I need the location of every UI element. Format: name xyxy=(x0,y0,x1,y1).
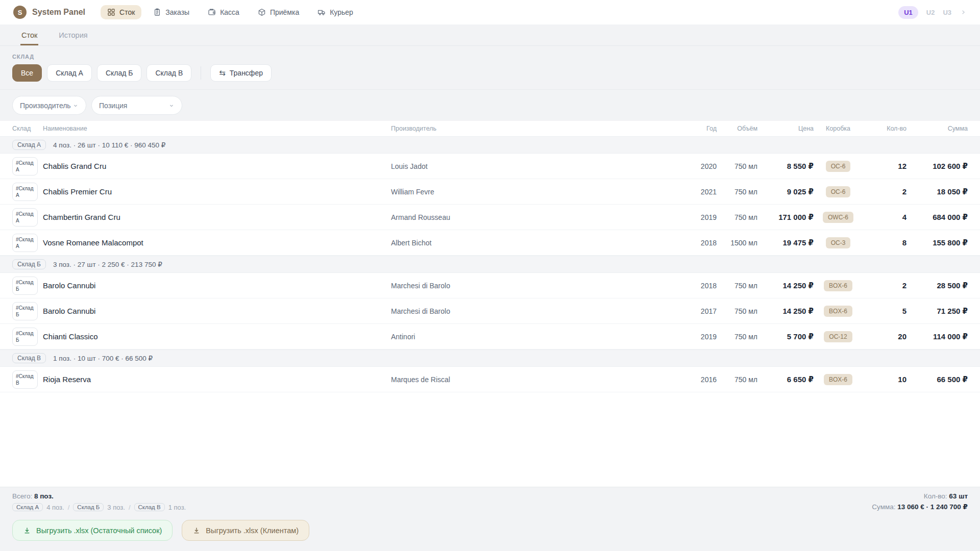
item-qty: 2 xyxy=(863,187,906,196)
item-name: Chablis Premier Cru xyxy=(43,187,391,196)
chevron-down-icon xyxy=(168,103,175,109)
table-header: СкладНаименованиеПроизводительГодОбъёмЦе… xyxy=(0,121,980,136)
qty-label: Кол-во: xyxy=(924,492,947,500)
warehouse-filter-all[interactable]: Все xyxy=(12,64,42,82)
nav-item-label: Касса xyxy=(220,8,239,16)
warehouse-tag-badge: #Склад А xyxy=(12,234,38,252)
item-producer: Marchesi di Barolo xyxy=(391,282,677,290)
item-name: Barolo Cannubi xyxy=(43,281,391,290)
breakdown-count: 4 поз. xyxy=(46,504,64,511)
item-volume: 750 мл xyxy=(717,307,757,315)
breakdown-warehouse-badge: Склад В xyxy=(134,503,165,511)
box-type-chip: OC-3 xyxy=(826,237,851,248)
warehouse-cell: #Склад В xyxy=(12,370,43,389)
item-producer: Antinori xyxy=(391,333,677,341)
transfer-button[interactable]: ⇆ Трансфер xyxy=(210,64,272,82)
user-pill-u1[interactable]: U1 xyxy=(898,6,918,19)
app-name: System Panel xyxy=(32,8,85,17)
breakdown-count: 3 поз. xyxy=(107,504,125,511)
item-box-cell: OWC-6 xyxy=(814,212,863,223)
user-pill-u2[interactable]: U2 xyxy=(926,9,935,16)
box-type-chip: BOX-6 xyxy=(824,280,852,291)
nav-item-cashier[interactable]: Касса xyxy=(201,5,246,19)
warehouse-filter-a[interactable]: Склад А xyxy=(47,64,92,82)
table-row[interactable]: #Склад БBarolo CannubiMarchesi di Barolo… xyxy=(0,298,980,324)
main-nav: Сток Заказы Касса xyxy=(101,5,360,19)
table-row[interactable]: #Склад БChianti ClassicoAntinori2019750 … xyxy=(0,324,980,349)
group-row: Склад Б3 поз. · 27 шт · 2 250 € · 213 75… xyxy=(0,256,980,273)
item-box-cell: OC-3 xyxy=(814,237,863,248)
warehouse-tag-badge: #Склад Б xyxy=(12,328,38,346)
stock-table: СкладНаименованиеПроизводительГодОбъёмЦе… xyxy=(0,121,980,487)
export-clients-button[interactable]: Выгрузить .xlsx (Клиентам) xyxy=(182,520,309,541)
user-pill-u3[interactable]: U3 xyxy=(943,9,951,16)
breakdown-warehouse-badge: Склад А xyxy=(12,503,43,511)
item-year: 2020 xyxy=(677,162,717,170)
column-header-3: Производитель xyxy=(391,125,677,132)
column-header-5: Объём xyxy=(717,125,757,132)
item-sum: 684 000 ₽ xyxy=(906,213,968,222)
tab-stock[interactable]: Сток xyxy=(20,24,38,45)
item-sum: 28 500 ₽ xyxy=(906,281,968,290)
item-qty: 8 xyxy=(863,238,906,247)
download-icon xyxy=(23,527,31,535)
column-header-9: Сумма xyxy=(906,125,968,132)
nav-item-receiving[interactable]: Приёмка xyxy=(251,5,306,19)
table-row[interactable]: #Склад АChablis Grand CruLouis Jadot2020… xyxy=(0,154,980,179)
item-price: 171 000 ₽ xyxy=(757,213,814,222)
topbar: S System Panel Сток Заказы xyxy=(0,0,980,24)
vertical-divider xyxy=(201,66,201,80)
nav-item-stock[interactable]: Сток xyxy=(101,5,141,19)
group-warehouse-badge: Склад А xyxy=(12,140,46,150)
total-positions: Всего: 8 поз. xyxy=(12,492,186,500)
item-name: Chambertin Grand Cru xyxy=(43,213,391,221)
item-price: 6 650 ₽ xyxy=(757,375,814,384)
group-row: Склад В1 поз. · 10 шт · 700 € · 66 500 ₽ xyxy=(0,349,980,367)
item-qty: 5 xyxy=(863,307,906,315)
position-select[interactable]: Позиция xyxy=(91,96,182,115)
tab-history[interactable]: История xyxy=(58,24,88,45)
table-row[interactable]: #Склад ВRioja ReservaMarques de Riscal20… xyxy=(0,367,980,392)
warehouse-filter-v[interactable]: Склад В xyxy=(146,64,191,82)
warehouse-filter-label: СКЛАД xyxy=(12,54,968,60)
box-type-chip: OC-6 xyxy=(826,186,851,197)
table-row[interactable]: #Склад АChablis Premier CruWilliam Fevre… xyxy=(0,179,980,205)
warehouse-filter-b[interactable]: Склад Б xyxy=(97,64,142,82)
item-box-cell: BOX-6 xyxy=(814,280,863,291)
truck-icon xyxy=(317,8,326,16)
warehouse-cell: #Склад А xyxy=(12,157,43,176)
item-qty: 20 xyxy=(863,332,906,341)
nav-item-label: Сток xyxy=(119,8,135,16)
producer-select[interactable]: Производитель xyxy=(12,96,86,115)
box-type-chip: BOX-6 xyxy=(824,374,852,385)
item-name: Vosne Romanee Malacompot xyxy=(43,238,391,247)
warehouse-tag-badge: #Склад Б xyxy=(12,302,38,320)
item-box-cell: OC-6 xyxy=(814,161,863,172)
table-row[interactable]: #Склад БBarolo CannubiMarchesi di Barolo… xyxy=(0,273,980,298)
item-volume: 1500 мл xyxy=(717,239,757,247)
item-sum: 114 000 ₽ xyxy=(906,332,968,341)
warehouse-cell: #Склад Б xyxy=(12,302,43,320)
export-remaining-list-button[interactable]: Выгрузить .xlsx (Остаточный список) xyxy=(12,520,173,541)
download-icon xyxy=(192,527,201,535)
item-producer: Marchesi di Barolo xyxy=(391,307,677,315)
table-body: Склад А4 поз. · 26 шт · 10 110 € · 960 4… xyxy=(0,136,980,392)
item-producer: William Fevre xyxy=(391,188,677,196)
nav-item-orders[interactable]: Заказы xyxy=(146,5,196,19)
item-box-cell: OC-6 xyxy=(814,186,863,197)
table-row[interactable]: #Склад АChambertin Grand CruArmand Rouss… xyxy=(0,205,980,230)
box-type-chip: OC-6 xyxy=(826,161,851,172)
chevron-right-icon[interactable] xyxy=(960,9,967,16)
table-row[interactable]: #Склад АVosne Romanee MalacompotAlbert B… xyxy=(0,230,980,256)
total-quantity: Кол-во: 63 шт xyxy=(872,492,968,500)
item-box-cell: BOX-6 xyxy=(814,374,863,385)
summary-right: Кол-во: 63 шт Сумма: 13 060 € · 1 240 70… xyxy=(872,492,968,511)
nav-item-courier[interactable]: Курьер xyxy=(311,5,360,19)
wallet-icon xyxy=(208,8,216,16)
item-qty: 10 xyxy=(863,375,906,384)
breakdown-warehouse-badge: Склад Б xyxy=(73,503,104,511)
brand: S System Panel xyxy=(13,6,85,19)
tabbar: Сток История xyxy=(0,24,980,46)
breakdown-separator: / xyxy=(68,504,70,511)
item-volume: 750 мл xyxy=(717,188,757,196)
